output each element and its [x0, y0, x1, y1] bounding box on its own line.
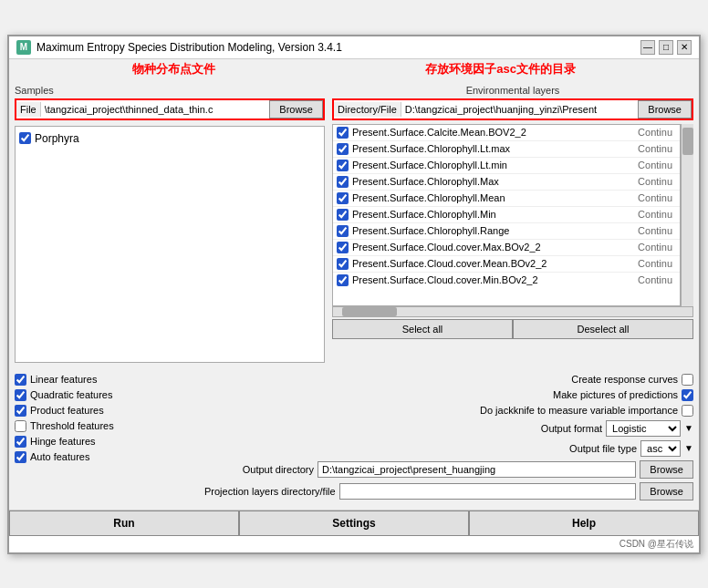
projection-label: Projection layers directory/file [204, 486, 336, 497]
option-auto: Auto features [15, 449, 197, 465]
env-type-8: Continu [638, 258, 676, 269]
minimize-button[interactable]: — [640, 40, 655, 55]
pictures-checkbox[interactable] [682, 389, 693, 401]
window-controls: — □ ✕ [640, 40, 692, 55]
projection-layers-row: Projection layers directory/file Browse [204, 480, 693, 502]
env-checkbox-5[interactable] [337, 209, 349, 221]
env-type-4: Continu [638, 192, 676, 203]
hinge-checkbox[interactable] [15, 436, 26, 448]
env-checkbox-0[interactable] [337, 127, 349, 139]
env-type-5: Continu [638, 209, 676, 220]
option-product: Product features [15, 403, 197, 418]
env-name-8: Present.Surface.Cloud.cover.Mean.BOv2_2 [352, 258, 634, 269]
samples-file-input[interactable] [41, 102, 270, 117]
response-curves-label: Create response curves [571, 374, 678, 385]
species-name: Porphyra [35, 132, 79, 145]
env-item-7: Present.Surface.Cloud.cover.Max.BOv2_2 C… [333, 240, 680, 256]
maximize-button[interactable]: □ [659, 40, 673, 55]
quadratic-checkbox[interactable] [15, 389, 26, 401]
threshold-checkbox[interactable] [15, 420, 26, 432]
output-dir-browse-button[interactable]: Browse [640, 460, 693, 479]
projection-browse-button[interactable]: Browse [640, 482, 693, 500]
env-checkbox-1[interactable] [337, 143, 349, 155]
select-all-button[interactable]: Select all [332, 319, 513, 339]
samples-label: Samples [15, 85, 325, 96]
deselect-all-button[interactable]: Deselect all [513, 319, 693, 339]
pictures-label: Make pictures of predictions [553, 389, 678, 400]
env-checkbox-8[interactable] [337, 258, 349, 270]
env-name-9: Present.Surface.Cloud.cover.Min.BOv2_2 [352, 274, 634, 285]
species-item: Porphyra [19, 130, 320, 147]
settings-button[interactable]: Settings [239, 511, 469, 536]
option-response-curves: Create response curves [204, 372, 693, 387]
env-type-2: Continu [638, 160, 676, 170]
output-format-label: Output format [541, 423, 602, 434]
env-item-3: Present.Surface.Chlorophyll.Max Continu [333, 174, 680, 191]
projection-input[interactable] [339, 483, 637, 500]
env-name-2: Present.Surface.Chlorophyll.Lt.min [352, 160, 634, 170]
title-bar-left: M Maximum Entropy Species Distribution M… [16, 40, 342, 55]
right-panel: Environmental layers Directory/File Brow… [332, 85, 693, 363]
help-button[interactable]: Help [469, 511, 699, 536]
env-checkbox-9[interactable] [337, 274, 349, 286]
file-label: File [16, 102, 41, 117]
env-dir-input[interactable] [401, 102, 639, 117]
run-button[interactable]: Run [9, 511, 239, 536]
env-list-wrapper: Present.Surface.Calcite.Mean.BOV2_2 Cont… [332, 124, 693, 306]
env-name-4: Present.Surface.Chlorophyll.Mean [352, 192, 634, 203]
env-hscrollbar[interactable] [332, 306, 693, 317]
output-dir-input[interactable] [318, 461, 636, 478]
window-title: Maximum Entropy Species Distribution Mod… [36, 41, 342, 54]
env-name-6: Present.Surface.Chlorophyll.Range [352, 225, 634, 236]
env-type-1: Continu [638, 143, 676, 154]
annotation-left: 物种分布点文件 [132, 61, 215, 77]
left-panel: Samples File Browse Porphyra [15, 85, 325, 363]
output-dir-label: Output directory [204, 464, 314, 475]
env-checkbox-2[interactable] [337, 160, 349, 171]
close-button[interactable]: ✕ [677, 40, 692, 55]
response-curves-checkbox[interactable] [682, 374, 693, 386]
annotation-bar: 物种分布点文件 存放环境因子asc文件的目录 [9, 59, 699, 79]
output-file-type-dropdown-icon: ▼ [684, 443, 693, 453]
env-name-3: Present.Surface.Chlorophyll.Max [352, 176, 634, 187]
species-checkbox[interactable] [19, 132, 31, 144]
env-item-8: Present.Surface.Cloud.cover.Mean.BOv2_2 … [333, 256, 680, 273]
samples-browse-button[interactable]: Browse [269, 100, 323, 119]
env-browse-button[interactable]: Browse [638, 100, 692, 119]
option-pictures: Make pictures of predictions [204, 387, 693, 403]
output-file-type-select[interactable]: asc bil grd [640, 440, 681, 457]
jackknife-label: Do jackknife to measure variable importa… [480, 405, 678, 416]
env-item-6: Present.Surface.Chlorophyll.Range Contin… [333, 223, 680, 240]
env-type-7: Continu [638, 242, 676, 253]
threshold-label: Threshold features [30, 420, 114, 431]
watermark: CSDN @星石传说 [9, 536, 699, 552]
annotation-right: 存放环境因子asc文件的目录 [425, 61, 576, 77]
auto-label: Auto features [30, 451, 89, 462]
env-name-1: Present.Surface.Chlorophyll.Lt.max [352, 143, 634, 154]
env-item-2: Present.Surface.Chlorophyll.Lt.min Conti… [333, 158, 680, 174]
product-checkbox[interactable] [15, 405, 26, 417]
linear-checkbox[interactable] [15, 374, 26, 386]
env-checkbox-4[interactable] [337, 192, 349, 204]
env-list-scrollbar[interactable] [681, 124, 693, 306]
env-item-4: Present.Surface.Chlorophyll.Mean Continu [333, 191, 680, 207]
main-content: Samples File Browse Porphyra Environment… [9, 79, 699, 368]
title-bar: M Maximum Entropy Species Distribution M… [9, 36, 699, 59]
product-label: Product features [30, 405, 104, 416]
option-linear: Linear features [15, 372, 197, 387]
select-deselect-row: Select all Deselect all [332, 319, 693, 339]
jackknife-checkbox[interactable] [682, 405, 693, 417]
env-type-9: Continu [638, 274, 676, 285]
env-type-0: Continu [638, 127, 676, 138]
samples-file-row: File Browse [15, 98, 325, 120]
auto-checkbox[interactable] [15, 451, 26, 463]
env-layers-list[interactable]: Present.Surface.Calcite.Mean.BOV2_2 Cont… [332, 124, 681, 306]
main-window: M Maximum Entropy Species Distribution M… [7, 35, 701, 554]
env-checkbox-6[interactable] [337, 225, 349, 237]
env-label: Environmental layers [332, 85, 693, 96]
env-checkbox-7[interactable] [337, 242, 349, 253]
env-checkbox-3[interactable] [337, 176, 349, 188]
output-format-select[interactable]: Logistic Cumulative Cloglog Raw [606, 420, 681, 437]
env-name-0: Present.Surface.Calcite.Mean.BOV2_2 [352, 127, 634, 138]
env-name-7: Present.Surface.Cloud.cover.Max.BOv2_2 [352, 242, 634, 253]
